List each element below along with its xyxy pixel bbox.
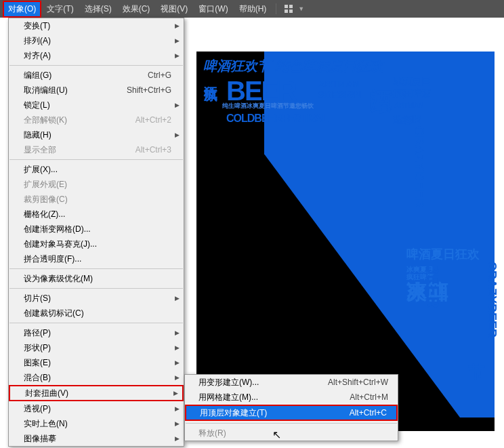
art-text: CRAZYBEER (412, 126, 426, 208)
menu-view[interactable]: 视图(V) (155, 1, 193, 18)
menu-item-label: 扩展外观(E) (24, 179, 67, 190)
menu-shortcut: Alt+Ctrl+3 (135, 145, 171, 155)
menu-item[interactable]: 对齐(A) (9, 48, 184, 63)
menu-item-label: 排列(A) (24, 35, 51, 47)
menu-item: 全部解锁(K)Alt+Ctrl+2 (9, 113, 184, 127)
art-text: 纯生啤酒冰爽夏日啤酒节邀您畅饮 (222, 102, 314, 110)
menu-item[interactable]: 变换(T) (9, 18, 184, 33)
art-text: CRAZYBEER (484, 262, 499, 338)
menu-item-label: 拼合透明度(F)... (24, 253, 81, 265)
menu-separator (9, 323, 183, 323)
art-text: 啤酒狂欢节 纯色啤酒夏日狂欢 (203, 57, 383, 75)
menu-shortcut: Alt+Ctrl+2 (135, 115, 171, 125)
menu-item[interactable]: 创建对象马赛克(J)... (9, 237, 184, 251)
menu-item-label: 裁剪图像(C) (24, 194, 68, 205)
menu-item[interactable]: 透视(P) (9, 401, 184, 416)
svg-rect-1 (289, 5, 293, 8)
menu-item-label: 显示全部 (24, 144, 56, 156)
art-text: 冰爽夏日 (393, 76, 431, 88)
menu-item[interactable]: 设为像素级优化(M) (9, 271, 184, 286)
submenu-item[interactable]: 用顶层对象建立(T)Alt+Ctrl+C (185, 405, 398, 421)
menu-item-label: 取消编组(U) (24, 85, 68, 96)
menu-item[interactable]: 创建渐变网格(D)... (9, 222, 184, 237)
svg-rect-0 (285, 5, 288, 8)
menu-shortcut: Alt+Ctrl+C (350, 408, 387, 418)
chevron-down-icon: ▼ (298, 5, 304, 12)
menu-item[interactable]: 路径(P) (9, 325, 184, 340)
art-text: 疯狂啤酒 (393, 88, 431, 100)
menu-separator (9, 268, 183, 269)
menu-item-label: 混合(B) (24, 372, 51, 384)
svg-rect-3 (289, 9, 293, 13)
menu-shortcut: Ctrl+G (148, 70, 171, 80)
submenu-item-label: 用顶层对象建立(T) (200, 407, 267, 419)
menu-item-label: 封套扭曲(V) (25, 388, 68, 399)
menu-item-label: 设为像素级优化(M) (24, 273, 93, 285)
menu-item-label: 形状(P) (24, 342, 51, 354)
menu-object[interactable]: 对象(O) (3, 1, 41, 18)
menu-item[interactable]: 扩展(X)... (9, 162, 184, 177)
menu-item-label: 实时上色(N) (24, 418, 68, 430)
menu-item-label: 编组(G) (24, 70, 51, 81)
envelope-distort-submenu: 用变形建立(W)...Alt+Shift+Ctrl+W用网格建立(M)...Al… (184, 374, 398, 441)
menu-item[interactable]: 封套扭曲(V) (9, 385, 184, 401)
menu-item[interactable]: 混合(B) (9, 370, 184, 385)
menu-effect[interactable]: 效果(C) (117, 1, 156, 18)
submenu-item-label: 用网格建立(M)... (198, 392, 258, 403)
arrange-documents-icon[interactable] (280, 3, 297, 15)
menu-separator (9, 159, 183, 160)
menu-help[interactable]: 帮助(H) (234, 1, 272, 18)
menu-item-label: 创建渐变网格(D)... (24, 224, 91, 235)
menu-item-label: 图案(E) (24, 357, 51, 369)
menu-item[interactable]: 图像描摹 (9, 431, 184, 446)
art-text: SDESIGN (318, 89, 361, 100)
menu-shortcut: Alt+Shift+Ctrl+W (328, 378, 388, 387)
art-text: 邀您喝 (393, 114, 421, 126)
menu-item[interactable]: 编组(G)Ctrl+G (9, 68, 184, 83)
art-text: BEER (423, 263, 442, 308)
menu-item: 扩展外观(E) (9, 177, 184, 192)
menu-type[interactable]: 文字(T) (41, 1, 79, 18)
menubar-separator (276, 3, 276, 14)
menu-select[interactable]: 选择(S) (79, 1, 117, 18)
menu-item-label: 对齐(A) (24, 50, 51, 62)
menubar: 对象(O) 文字(T) 选择(S) 效果(C) 视图(V) 窗口(W) 帮助(H… (0, 0, 504, 18)
menu-item[interactable]: 拼合透明度(F)... (9, 251, 184, 266)
menu-item[interactable]: 取消编组(U)Shift+Ctrl+G (9, 83, 184, 98)
menu-item[interactable]: 切片(S) (9, 291, 184, 306)
submenu-item-label: 用变形建立(W)... (198, 377, 259, 388)
menu-separator (9, 65, 183, 66)
menu-item-label: 锁定(L) (24, 100, 50, 111)
menu-item: 裁剪图像(C) (9, 192, 184, 207)
submenu-item[interactable]: 用变形建立(W)...Alt+Shift+Ctrl+W (185, 375, 398, 390)
submenu-item[interactable]: 用网格建立(M)...Alt+Ctrl+M (185, 390, 398, 405)
menu-item-label: 创建对象马赛克(J)... (24, 239, 97, 250)
submenu-item-label: 释放(R) (198, 428, 226, 439)
menu-item-label: 隐藏(H) (24, 129, 51, 141)
menu-window[interactable]: 窗口(W) (193, 1, 233, 18)
menu-item-label: 变换(T) (24, 20, 50, 32)
menu-item[interactable]: 隐藏(H) (9, 127, 184, 142)
menu-item[interactable]: 排列(A) (9, 33, 184, 48)
menu-item-label: 全部解锁(K) (24, 115, 67, 126)
menu-item[interactable]: 创建裁切标记(C) (9, 306, 184, 321)
menu-separator (186, 423, 397, 424)
menu-separator (9, 288, 183, 289)
submenu-item: 释放(R) (185, 426, 398, 441)
menu-item[interactable]: 形状(P) (9, 340, 184, 355)
art-text: ARTMAN (394, 102, 423, 109)
menu-item[interactable]: 栅格化(Z)... (9, 207, 184, 222)
menu-item[interactable]: 图案(E) (9, 355, 184, 370)
menu-item: 显示全部Alt+Ctrl+3 (9, 142, 184, 157)
menu-item-label: 路径(P) (24, 327, 51, 339)
menu-item[interactable]: 实时上色(N) (9, 416, 184, 431)
menu-item-label: 创建裁切标记(C) (24, 308, 84, 319)
art-text: ARTMAN (318, 79, 360, 89)
menu-shortcut: Shift+Ctrl+G (127, 85, 171, 95)
menu-item-label: 切片(S) (24, 293, 51, 304)
art-text: COLDBEERFESTIVAL (226, 113, 328, 125)
menu-item[interactable]: 锁定(L) (9, 98, 184, 113)
menu-item-label: 图像描摹 (24, 433, 56, 445)
menu-shortcut: Alt+Ctrl+M (350, 392, 388, 402)
svg-rect-2 (285, 9, 288, 13)
